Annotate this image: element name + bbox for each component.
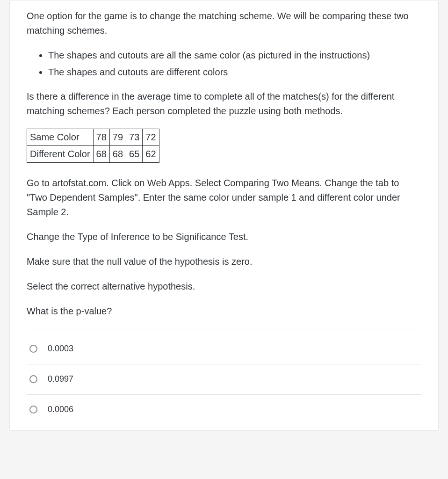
instruction-text: Select the correct alternative hypothesi… (27, 279, 421, 294)
row-label: Same Color (27, 129, 94, 146)
data-cell: 72 (143, 129, 159, 146)
instruction-text: Change the Type of Inference to be Signi… (27, 230, 421, 244)
answer-label: 0.0997 (48, 373, 73, 386)
table-row: Different Color 68 68 65 62 (27, 146, 159, 163)
answer-label: 0.0003 (48, 342, 73, 356)
intro-text: One option for the game is to change the… (27, 9, 421, 38)
radio-icon (29, 406, 37, 414)
question-text: Is there a difference in the average tim… (27, 89, 421, 118)
answer-option[interactable]: 0.0003 (27, 334, 421, 364)
answer-option[interactable]: 0.0006 (27, 395, 421, 425)
scheme-list: The shapes and cutouts are all the same … (27, 48, 421, 79)
bullet-item: The shapes and cutouts are different col… (48, 65, 421, 79)
question-card: One option for the game is to change the… (9, 0, 439, 431)
data-cell: 78 (93, 129, 109, 146)
bullet-item: The shapes and cutouts are all the same … (48, 48, 421, 62)
radio-icon (29, 345, 37, 353)
data-cell: 68 (109, 146, 126, 163)
answer-label: 0.0006 (48, 403, 73, 416)
data-table: Same Color 78 79 73 72 Different Color 6… (27, 129, 159, 163)
data-cell: 73 (126, 129, 143, 146)
row-label: Different Color (27, 146, 94, 163)
answer-options: 0.0003 0.0997 0.0006 (27, 334, 421, 425)
data-cell: 79 (109, 129, 126, 146)
instruction-text: Go to artofstat.com. Click on Web Apps. … (27, 176, 421, 219)
data-cell: 65 (126, 146, 143, 163)
instruction-text: Make sure that the null value of the hyp… (27, 254, 421, 269)
data-cell: 68 (93, 146, 109, 163)
answer-option[interactable]: 0.0997 (27, 364, 421, 395)
data-cell: 62 (143, 146, 159, 163)
divider (27, 329, 421, 329)
table-row: Same Color 78 79 73 72 (27, 129, 159, 146)
question-prompt: What is the p-value? (27, 304, 421, 319)
radio-icon (29, 375, 37, 383)
